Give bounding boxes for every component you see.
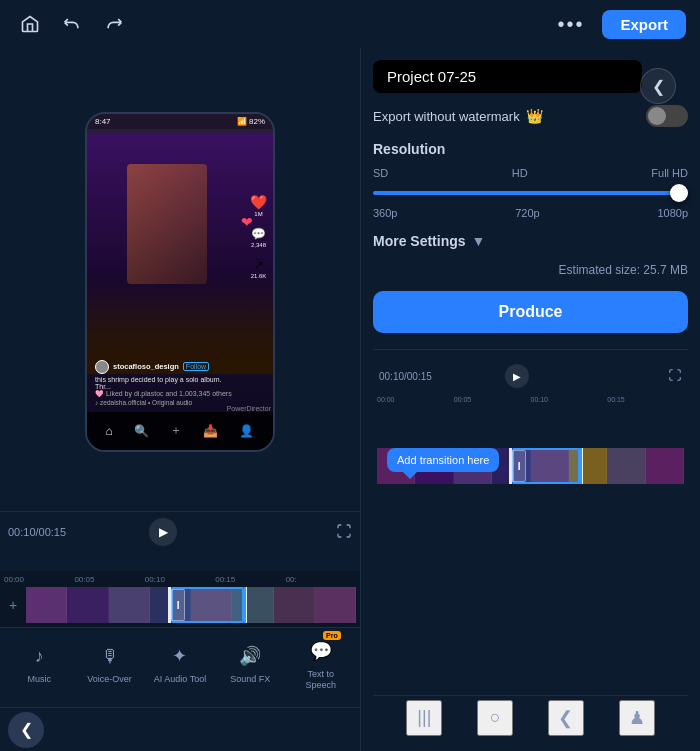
phone-content: ❤ ❤️ 1M 💬 2,348 ↗	[87, 114, 273, 450]
play-button-left[interactable]: ▶	[149, 518, 177, 546]
resolution-labels-bottom: 360p 720p 1080p	[373, 207, 688, 219]
right-ruler-mark-2: 00:10	[531, 396, 608, 406]
res-1080p: 1080p	[657, 207, 688, 219]
left-panel: 8:47 📶 82% ❤	[0, 48, 360, 751]
phone-frame: 8:47 📶 82% ❤	[85, 112, 275, 452]
ruler-mark-0: 00:00	[4, 575, 74, 584]
phone-inbox-icon: 📥	[203, 424, 218, 438]
right-ruler-mark-3: 00:15	[607, 396, 684, 406]
timeline-bar-left: 00:10/00:15 ▶	[0, 511, 360, 571]
res-720p: 720p	[515, 207, 539, 219]
frame-3	[109, 587, 150, 623]
more-settings-row[interactable]: More Settings ▼	[373, 233, 688, 249]
watermark-toggle[interactable]	[646, 105, 688, 127]
playhead-left	[244, 587, 246, 623]
right-panel-top: Project 07-25 ❮	[373, 60, 688, 93]
phone-profile-icon: 👤	[239, 424, 254, 438]
ai-audio-label: AI Audio Tool	[154, 674, 206, 685]
right-back-button[interactable]: ❮	[640, 68, 676, 104]
phone-video-area: ❤ ❤️ 1M 💬 2,348 ↗	[87, 134, 273, 374]
phone-time: 8:47	[95, 117, 111, 126]
top-bar: ••• Export	[0, 0, 700, 48]
frame-8	[315, 587, 356, 623]
ruler-mark-1: 00:05	[74, 575, 144, 584]
produce-button[interactable]: Produce	[373, 291, 688, 333]
ai-audio-tool-button[interactable]: ✦ AI Audio Tool	[150, 642, 210, 685]
ruler-mark-4: 00:	[286, 575, 356, 584]
ruler-right: 00:00 00:05 00:10 00:15	[373, 394, 688, 408]
phone-icons: 📶 82%	[237, 117, 265, 126]
add-transition-tooltip: Add transition here	[387, 448, 499, 472]
add-track-icon-left[interactable]: +	[4, 587, 22, 623]
music-icon: ♪	[25, 642, 53, 670]
more-settings-text: More Settings	[373, 233, 466, 249]
text-to-speech-tool-button[interactable]: 💬 Pro Text toSpeech	[291, 637, 351, 691]
music-label: Music	[27, 674, 51, 685]
phone-search-icon: 🔍	[134, 424, 149, 438]
project-name-box: Project 07-25	[373, 60, 642, 93]
nav-menu-icon[interactable]: |||	[406, 700, 442, 736]
ruler-mark-3: 00:15	[215, 575, 285, 584]
frame-7	[274, 587, 315, 623]
powerdirector-watermark: PowerDirector	[227, 405, 271, 412]
resolution-title: Resolution	[373, 141, 688, 157]
res-sd-label: SD	[373, 167, 388, 179]
watermark-text: Export without watermark	[373, 109, 520, 124]
resolution-slider[interactable]	[373, 183, 688, 203]
sound-fx-tool-button[interactable]: 🔊 Sound FX	[220, 642, 280, 685]
slider-track	[373, 191, 688, 195]
right-fullscreen-button[interactable]	[668, 368, 682, 385]
undo-button[interactable]	[56, 8, 88, 40]
follow-btn[interactable]: Follow	[183, 362, 209, 371]
frame-2	[67, 587, 108, 623]
post-user-row: stocafloso_design Follow	[95, 360, 235, 374]
share-action: ↗ 21.6K	[251, 258, 267, 279]
right-ruler-mark-1: 00:05	[454, 396, 531, 406]
voiceover-label: Voice-Over	[87, 674, 132, 685]
export-button[interactable]: Export	[602, 10, 686, 39]
ruler-left: 00:00 00:05 00:10 00:15 00:	[0, 571, 360, 587]
slider-thumb[interactable]	[670, 184, 688, 202]
video-strip-left: I	[26, 587, 356, 623]
right-panel: Project 07-25 ❮ Export without watermark…	[360, 48, 700, 751]
watermark-label: Export without watermark 👑	[373, 108, 543, 124]
nav-back-icon[interactable]: ❮	[548, 700, 584, 736]
more-options-icon[interactable]: •••	[557, 13, 584, 36]
right-frame-7	[607, 448, 645, 484]
post-info-area: stocafloso_design Follow this shrimp dec…	[87, 356, 243, 410]
i-beam-left: I	[171, 589, 185, 621]
watermark-row: Export without watermark 👑	[373, 105, 688, 127]
phone-home-icon: ⌂	[106, 424, 113, 438]
resolution-section: Resolution SD HD Full HD 360p 720p 1080p	[373, 141, 688, 233]
text-speech-icon-wrap: 💬 Pro	[307, 637, 335, 665]
bottom-nav-right: ||| ○ ❮ ♟	[373, 695, 688, 739]
timeline-controls-left: 00:10/00:15 ▶	[0, 512, 360, 552]
crown-icon: 👑	[526, 108, 543, 124]
music-tool-button[interactable]: ♪ Music	[9, 642, 69, 685]
bottom-toolbar: ♪ Music 🎙 Voice-Over ✦ AI Audio Tool 🔊 S…	[0, 627, 360, 707]
text-speech-label: Text toSpeech	[305, 669, 336, 691]
i-beam-right: I	[512, 450, 526, 482]
like-action: ❤️ 1M	[250, 194, 267, 217]
frame-1	[26, 587, 67, 623]
ruler-mark-2: 00:10	[145, 575, 215, 584]
chevron-down-icon: ▼	[472, 233, 486, 249]
right-ruler-mark-0: 00:00	[377, 396, 454, 406]
tooltip-text: Add transition here	[397, 454, 489, 466]
right-strip-area: Add transition here	[377, 448, 684, 484]
sound-fx-label: Sound FX	[230, 674, 270, 685]
left-back-button[interactable]: ❮	[8, 712, 44, 748]
right-play-button[interactable]: ▶	[505, 364, 529, 388]
right-timeline-controls: 00:10/00:15 ▶	[373, 358, 688, 394]
resolution-labels-top: SD HD Full HD	[373, 167, 688, 179]
res-hd-label: HD	[512, 167, 528, 179]
res-360p: 360p	[373, 207, 397, 219]
voiceover-tool-button[interactable]: 🎙 Voice-Over	[80, 642, 140, 685]
right-timeline: 00:10/00:15 ▶ 00:00 00:05 00:10 00:15	[373, 349, 688, 695]
redo-button[interactable]	[98, 8, 130, 40]
nav-accessibility-icon[interactable]: ♟	[619, 700, 655, 736]
fullscreen-button-left[interactable]	[336, 523, 352, 542]
home-button[interactable]	[14, 8, 46, 40]
pro-badge: Pro	[323, 631, 341, 640]
nav-home-icon[interactable]: ○	[477, 700, 513, 736]
